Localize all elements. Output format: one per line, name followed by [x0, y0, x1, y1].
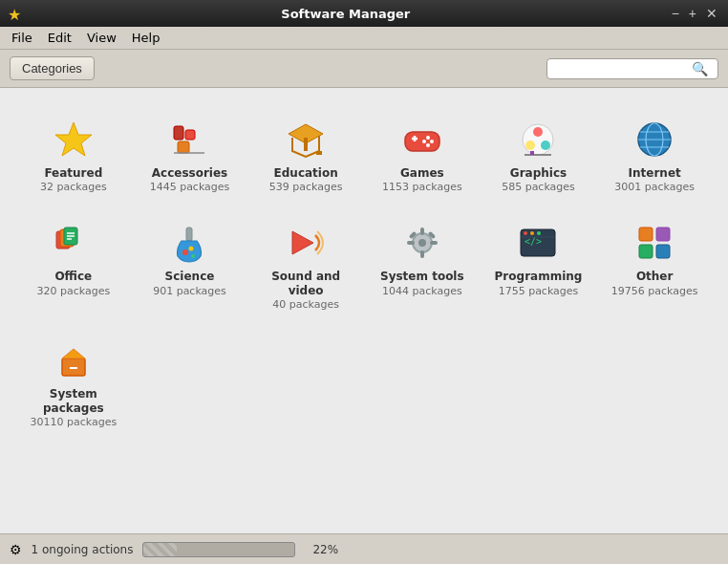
category-count-internet: 3001 packages [614, 181, 695, 193]
category-name-programming: Programming [495, 270, 583, 283]
svg-rect-6 [304, 138, 308, 151]
window-controls: − + ✕ [669, 7, 720, 20]
category-count-science: 901 packages [153, 285, 226, 297]
close-button[interactable]: ✕ [703, 7, 720, 20]
svg-rect-55 [656, 245, 670, 258]
titlebar: ★ Software Manager − + ✕ [0, 0, 728, 27]
search-input[interactable] [553, 61, 692, 76]
graphics-icon [515, 117, 561, 163]
svg-point-13 [430, 140, 434, 143]
category-name-education: Education [274, 166, 338, 180]
office-icon [51, 220, 96, 266]
featured-icon [51, 117, 96, 163]
minimize-button[interactable]: − [669, 7, 682, 20]
category-count-education: 539 packages [269, 181, 343, 193]
category-item-games[interactable]: Games 1153 packages [368, 107, 477, 203]
category-count-sound_video: 40 packages [272, 298, 339, 311]
svg-rect-53 [656, 228, 670, 241]
status-icon: ⚙ [10, 542, 22, 557]
svg-rect-8 [316, 151, 322, 155]
menu-help[interactable]: Help [124, 29, 168, 47]
category-item-sound_video[interactable]: Sound and video 40 packages [251, 210, 360, 320]
category-item-graphics[interactable]: Graphics 585 packages [484, 107, 593, 203]
internet-icon [632, 117, 677, 163]
category-count-graphics: 585 packages [502, 181, 575, 193]
category-item-other[interactable]: Other 19756 packages [600, 210, 709, 320]
svg-rect-40 [420, 228, 424, 235]
app-icon: ★ [8, 6, 23, 21]
category-item-programming[interactable]: </> Programming 1755 packages [484, 210, 593, 320]
menu-file[interactable]: File [4, 29, 40, 47]
svg-point-49 [524, 231, 527, 235]
category-item-system_packages[interactable]: System packages 30110 packages [19, 328, 128, 438]
svg-point-39 [418, 239, 426, 247]
games-icon [399, 117, 445, 163]
category-name-system_packages: System packages [23, 387, 124, 415]
svg-point-51 [537, 231, 541, 235]
category-item-education[interactable]: Education 539 packages [251, 107, 360, 203]
svg-rect-54 [639, 245, 653, 258]
menu-edit[interactable]: Edit [40, 29, 79, 47]
window-title: Software Manager [23, 7, 669, 21]
category-count-games: 1153 packages [382, 181, 462, 193]
category-name-science: Science [165, 270, 215, 283]
category-name-system_tools: System tools [380, 270, 464, 283]
progress-fill [143, 543, 177, 556]
svg-point-19 [525, 141, 535, 150]
search-icon: 🔍 [692, 61, 708, 76]
svg-rect-21 [530, 151, 534, 155]
category-count-system_tools: 1044 packages [382, 285, 462, 297]
category-name-office: Office [54, 270, 92, 283]
svg-point-12 [426, 136, 430, 140]
category-item-featured[interactable]: Featured 32 packages [19, 107, 128, 203]
accessories-icon [166, 117, 212, 163]
category-count-programming: 1755 packages [499, 285, 579, 297]
category-count-other: 19756 packages [611, 285, 698, 297]
svg-point-50 [530, 231, 534, 235]
svg-point-15 [422, 140, 426, 143]
toolbar: Categories 🔍 [0, 50, 728, 88]
progress-label: 22% [312, 543, 338, 556]
menu-view[interactable]: View [79, 29, 124, 47]
category-name-other: Other [636, 270, 674, 283]
status-text: 1 ongoing actions [32, 543, 134, 556]
title-left: ★ [8, 6, 23, 21]
category-count-office: 320 packages [36, 285, 110, 297]
categories-grid: Featured 32 packages Accessories 1445 pa… [19, 107, 709, 438]
system_tools-icon [399, 220, 445, 266]
svg-point-35 [191, 254, 195, 258]
svg-point-14 [426, 143, 430, 147]
search-bar: 🔍 [546, 58, 718, 79]
categories-button[interactable]: Categories [10, 56, 95, 80]
svg-point-36 [189, 247, 194, 251]
category-item-system_tools[interactable]: System tools 1044 packages [368, 210, 477, 320]
category-count-accessories: 1445 packages [150, 181, 230, 193]
statusbar: ⚙ 1 ongoing actions 22% [0, 533, 728, 564]
science-icon [166, 220, 212, 266]
svg-rect-43 [430, 241, 438, 245]
svg-point-18 [541, 141, 550, 150]
category-item-internet[interactable]: Internet 3001 packages [600, 107, 709, 203]
category-name-graphics: Graphics [510, 166, 567, 180]
svg-rect-42 [407, 241, 415, 245]
maximize-button[interactable]: + [686, 7, 699, 20]
category-name-internet: Internet [629, 166, 681, 180]
other-icon [632, 220, 677, 266]
svg-marker-0 [55, 122, 92, 156]
category-item-science[interactable]: Science 901 packages [136, 210, 245, 320]
svg-rect-41 [420, 250, 424, 258]
svg-marker-37 [292, 231, 313, 254]
category-item-accessories[interactable]: Accessories 1445 packages [136, 107, 245, 203]
svg-rect-52 [639, 228, 653, 241]
category-count-system_packages: 30110 packages [30, 416, 117, 428]
system_packages-icon [51, 337, 96, 383]
svg-rect-33 [186, 228, 192, 241]
category-item-office[interactable]: Office 320 packages [19, 210, 128, 320]
category-name-accessories: Accessories [152, 166, 228, 180]
svg-text:</>: </> [525, 236, 542, 247]
education-icon [283, 117, 329, 163]
svg-point-17 [533, 127, 543, 137]
main-content: Featured 32 packages Accessories 1445 pa… [0, 88, 728, 533]
svg-rect-1 [174, 126, 183, 140]
sound_video-icon [283, 220, 329, 266]
